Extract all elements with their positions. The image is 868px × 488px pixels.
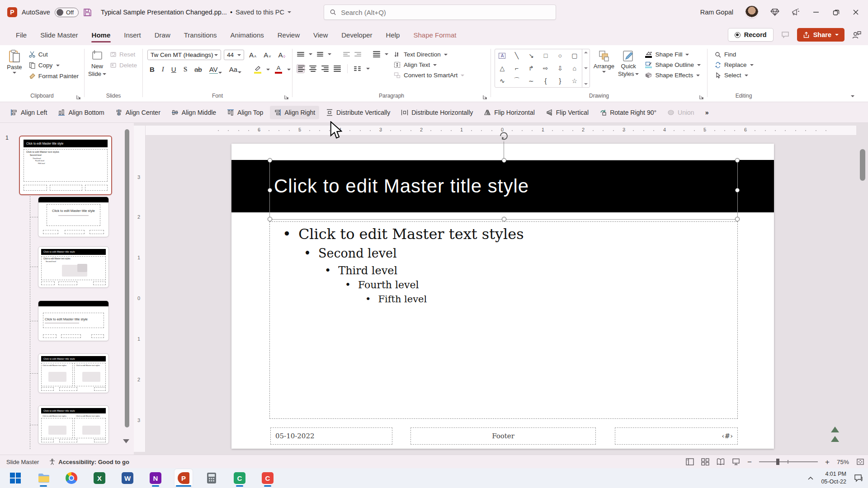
drawing-dialog-launcher[interactable] bbox=[699, 95, 704, 99]
right-brace-shape-icon[interactable]: } bbox=[559, 77, 561, 84]
normal-view-icon[interactable] bbox=[686, 458, 694, 465]
cut-button[interactable]: Cut bbox=[27, 50, 80, 59]
excel-button[interactable]: X bbox=[90, 469, 108, 487]
previous-slide-arrow[interactable] bbox=[831, 427, 839, 432]
bold-button[interactable]: B bbox=[147, 65, 157, 74]
thumbnail-layout-section-header[interactable]: Click to edit Master title style bbox=[38, 300, 109, 341]
notifications-icon[interactable] bbox=[854, 474, 863, 483]
tab-review[interactable]: Review bbox=[271, 26, 307, 44]
align-center-icon[interactable] bbox=[309, 66, 316, 72]
pentagon-shape-icon[interactable]: ⌂ bbox=[573, 65, 576, 72]
elbow-connector-shape-icon[interactable]: ⌐ bbox=[515, 65, 519, 72]
shape-outline-button[interactable]: Shape Outline bbox=[642, 60, 703, 70]
shape-fill-button[interactable]: Shape Fill bbox=[642, 49, 703, 60]
tab-draw[interactable]: Draw bbox=[148, 26, 177, 44]
triangle-shape-icon[interactable]: △ bbox=[500, 65, 505, 72]
avatar[interactable] bbox=[745, 5, 759, 19]
autosave-toggle[interactable]: Off bbox=[55, 8, 79, 17]
share-button[interactable]: Share bbox=[797, 28, 844, 42]
arrange-button[interactable]: Arrange bbox=[594, 49, 614, 88]
thumbnail-slide-master[interactable]: Click to edit Master title style Click t… bbox=[19, 136, 112, 195]
thumbnail-layout-comparison[interactable]: Click to edit Master title style Click t… bbox=[38, 405, 109, 444]
thumbnail-layout-title[interactable]: Click to edit Master title style bbox=[38, 197, 109, 237]
italic-button[interactable]: I bbox=[160, 65, 166, 74]
align-bottom-button[interactable]: Align Bottom bbox=[54, 106, 108, 119]
text-direction-button[interactable]: Text Direction bbox=[391, 49, 491, 60]
align-right-icon[interactable] bbox=[321, 66, 329, 72]
tab-file[interactable]: File bbox=[9, 26, 33, 44]
align-top-button[interactable]: Align Top bbox=[223, 106, 267, 119]
fit-slide-to-window-icon[interactable] bbox=[856, 458, 864, 465]
line-shape-icon[interactable]: ╲ bbox=[515, 52, 519, 59]
chrome-button[interactable] bbox=[62, 469, 80, 487]
replace-button[interactable]: Replace bbox=[712, 60, 775, 70]
strikethrough-button[interactable]: ab bbox=[192, 65, 204, 74]
text-box-shape-icon[interactable]: A bbox=[499, 53, 505, 59]
bullet-level-1[interactable]: • Click to edit Master text styles bbox=[283, 225, 524, 243]
align-center-button[interactable]: Align Center bbox=[111, 106, 165, 119]
search-input[interactable] bbox=[341, 9, 550, 16]
restore-button[interactable] bbox=[832, 8, 840, 16]
bullet-level-5[interactable]: • Fifth level bbox=[365, 294, 427, 305]
document-title[interactable]: Typical Sample Presentation Changed.pp..… bbox=[101, 9, 291, 16]
arc-shape-icon[interactable]: ⌒ bbox=[514, 77, 520, 85]
justify-icon[interactable] bbox=[334, 66, 341, 72]
arrow-line-shape-icon[interactable]: ↘ bbox=[528, 52, 534, 59]
save-icon[interactable] bbox=[83, 8, 92, 17]
tab-home[interactable]: Home bbox=[85, 26, 118, 44]
oval-shape-icon[interactable]: ○ bbox=[558, 52, 562, 59]
columns-icon[interactable] bbox=[354, 66, 361, 71]
bullet-level-3[interactable]: • Third level bbox=[325, 264, 397, 277]
left-brace-shape-icon[interactable]: { bbox=[545, 77, 547, 84]
star-shape-icon[interactable]: ☆ bbox=[572, 77, 578, 84]
file-explorer-button[interactable] bbox=[34, 469, 52, 487]
clear-formatting-button[interactable]: A◊ bbox=[276, 50, 288, 60]
bullets-icon[interactable] bbox=[297, 52, 304, 56]
elbow-arrow-shape-icon[interactable]: ↱ bbox=[528, 65, 534, 72]
resize-handle-bottom-center[interactable] bbox=[502, 217, 506, 221]
taskbar-clock[interactable]: 4:01 PM 05-Oct-22 bbox=[821, 470, 846, 486]
zoom-slider[interactable] bbox=[759, 461, 818, 462]
thumbnail-scroll-down-arrow[interactable] bbox=[123, 439, 129, 443]
word-button[interactable]: W bbox=[118, 469, 137, 487]
thumbnail-scrollbar[interactable] bbox=[125, 129, 129, 442]
app-c-green-button[interactable]: C bbox=[231, 469, 249, 487]
change-case-button[interactable]: Aa bbox=[227, 65, 244, 74]
accessibility-status[interactable]: Accessibility: Good to go bbox=[49, 459, 129, 465]
tab-help[interactable]: Help bbox=[379, 26, 407, 44]
bullet-level-2[interactable]: • Second level bbox=[304, 246, 397, 260]
slide-sorter-view-icon[interactable] bbox=[701, 458, 709, 465]
slideshow-view-icon[interactable] bbox=[732, 458, 740, 465]
rotate-right-90-button[interactable]: Rotate Right 90° bbox=[595, 106, 660, 119]
comments-icon[interactable] bbox=[781, 30, 790, 39]
distribute-horizontally-button[interactable]: Distribute Horizontally bbox=[397, 106, 477, 119]
align-right-button[interactable]: Align Right bbox=[270, 106, 319, 119]
character-spacing-button[interactable]: AV bbox=[207, 65, 224, 75]
paste-button[interactable]: Paste bbox=[4, 49, 25, 81]
rectangle-shape-icon[interactable]: □ bbox=[544, 52, 547, 59]
canvas-scrollbar[interactable] bbox=[860, 127, 865, 450]
zoom-percentage[interactable]: 75% bbox=[837, 459, 849, 465]
shapes-gallery-scroll[interactable] bbox=[582, 49, 590, 87]
zoom-out-button[interactable]: − bbox=[747, 458, 752, 466]
grow-font-button[interactable]: A˄ bbox=[247, 50, 259, 60]
scribble-shape-icon[interactable]: ∿ bbox=[500, 77, 505, 84]
presenter-coach-icon[interactable] bbox=[852, 30, 862, 39]
start-button[interactable] bbox=[6, 469, 24, 487]
footer-placeholder[interactable]: Footer bbox=[410, 427, 596, 445]
flip-horizontal-button[interactable]: Flip Horizontal bbox=[480, 106, 538, 119]
curve-shape-icon[interactable]: ∼ bbox=[528, 77, 534, 84]
powerpoint-taskbar-button[interactable]: P bbox=[175, 469, 193, 487]
new-slide-button[interactable]: New Slide bbox=[88, 49, 106, 78]
reading-view-icon[interactable] bbox=[717, 458, 725, 465]
calculator-button[interactable] bbox=[203, 469, 221, 487]
align-left-icon[interactable] bbox=[297, 65, 304, 73]
flip-vertical-button[interactable]: Flip Vertical bbox=[542, 106, 593, 119]
tab-slide-master[interactable]: Slide Master bbox=[33, 26, 85, 44]
shape-effects-button[interactable]: Shape Effects bbox=[642, 70, 703, 80]
slide-number-placeholder[interactable]: ‹#› bbox=[615, 427, 738, 445]
highlight-color-button[interactable] bbox=[252, 65, 264, 75]
paragraph-dialog-launcher[interactable] bbox=[483, 95, 487, 99]
record-button[interactable]: Record bbox=[728, 28, 774, 42]
format-painter-button[interactable]: Format Painter bbox=[27, 71, 80, 81]
